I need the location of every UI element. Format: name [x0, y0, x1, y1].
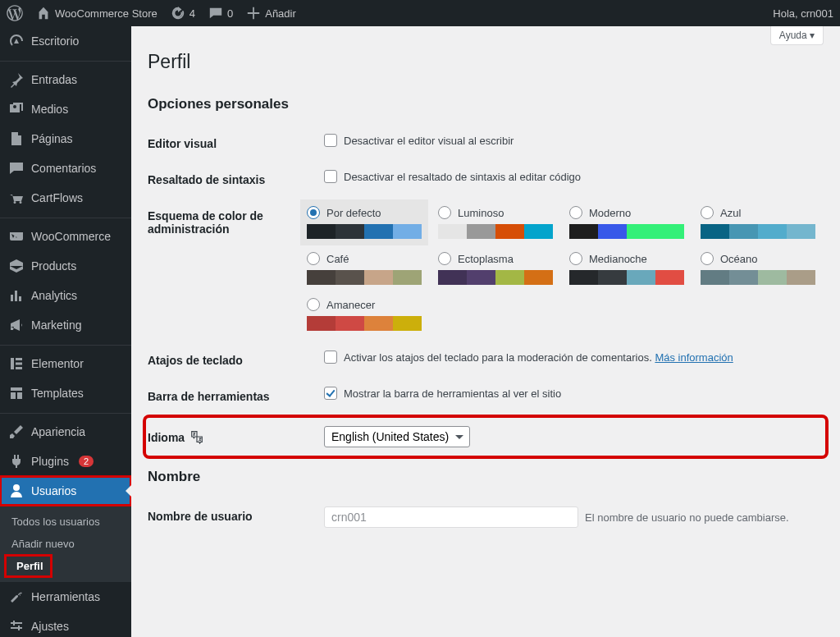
comment-icon: [208, 6, 223, 21]
main-content: Ayuda ▾ Perfil Opciones personales Edito…: [131, 26, 840, 637]
plus-icon: [246, 6, 261, 21]
shortcuts-more-info-link[interactable]: Más información: [655, 351, 733, 364]
radio-icon: [701, 206, 714, 219]
sidebar-item-plugins[interactable]: Plugins2: [0, 447, 131, 476]
svg-rect-1: [16, 358, 22, 360]
color-scheme-option[interactable]: Amanecer: [307, 298, 422, 331]
sidebar-item-appearance[interactable]: Apariencia: [0, 413, 131, 447]
wordpress-icon: [7, 5, 23, 21]
row-username: Nombre de usuario El nombre de usuario n…: [148, 497, 824, 538]
site-name: WooCommerce Store: [55, 7, 158, 20]
color-scheme-option[interactable]: Café: [307, 252, 422, 285]
swatch-row: [307, 316, 422, 331]
syntax-checkbox[interactable]: [324, 170, 337, 183]
sidebar-item-cartflows[interactable]: CartFlows: [0, 183, 131, 213]
home-icon: [36, 6, 51, 21]
sidebar-item-analytics[interactable]: Analytics: [0, 281, 131, 310]
section-name: Nombre: [148, 469, 824, 485]
toolbar-label: Barra de herramientas: [148, 387, 324, 403]
row-shortcuts: Atajos de teclado Activar los atajos del…: [148, 341, 824, 377]
shortcuts-checkbox[interactable]: [324, 351, 337, 364]
color-scheme-label: Esquema de color de administración: [148, 206, 307, 236]
sidebar-item-products[interactable]: Products: [0, 251, 131, 281]
wrench-icon: [8, 589, 25, 605]
sidebar-item-woocommerce[interactable]: WooCommerce: [0, 218, 131, 251]
toolbar-text: Mostrar la barra de herramientas al ver …: [344, 387, 561, 400]
swatch-row: [569, 270, 684, 285]
svg-rect-3: [16, 367, 22, 369]
radio-icon: [569, 252, 582, 265]
scheme-name: Por defecto: [326, 207, 381, 219]
sidebar-item-settings[interactable]: Ajustes: [0, 612, 131, 637]
sidebar-item-elementor[interactable]: Elementor: [0, 345, 131, 378]
my-account[interactable]: Hola, crn001: [766, 0, 840, 26]
toolbar-checkbox[interactable]: [324, 387, 337, 400]
megaphone-icon: [8, 317, 25, 333]
syntax-text: Desactivar el resaltado de sintaxis al e…: [344, 171, 581, 183]
language-label: Idioma: [148, 426, 324, 444]
sidebar-item-media[interactable]: Medios: [0, 94, 131, 124]
sidebar-item-users[interactable]: Usuarios: [0, 476, 131, 506]
sidebar-item-dashboard[interactable]: Escritorio: [0, 26, 131, 56]
color-scheme-option[interactable]: Luminoso: [438, 206, 553, 239]
update-icon: [171, 6, 185, 21]
sidebar-item-marketing[interactable]: Marketing: [0, 310, 131, 340]
radio-icon: [438, 206, 451, 219]
color-scheme-option[interactable]: Ectoplasma: [438, 252, 553, 285]
wp-logo[interactable]: [0, 0, 30, 26]
submenu-all-users[interactable]: Todos los usuarios: [0, 511, 131, 533]
dashboard-icon: [8, 33, 25, 49]
user-icon: [8, 483, 25, 499]
language-select[interactable]: English (United States): [324, 426, 470, 447]
admin-toolbar: WooCommerce Store 4 0 Añadir Hola, crn00…: [0, 0, 840, 26]
comments-count: 0: [227, 7, 233, 20]
pin-icon: [8, 71, 25, 88]
visual-editor-checkbox[interactable]: [324, 134, 337, 147]
page-title: Perfil: [148, 34, 824, 81]
color-scheme-option[interactable]: Medianoche: [569, 252, 684, 285]
sidebar-item-templates[interactable]: Templates: [0, 378, 131, 408]
help-tab[interactable]: Ayuda ▾: [770, 26, 824, 45]
scheme-name: Luminoso: [458, 207, 504, 219]
shortcuts-text: Activar los atajos del teclado para la m…: [344, 351, 652, 364]
comments-link[interactable]: 0: [202, 0, 240, 26]
brush-icon: [8, 424, 25, 440]
woocommerce-icon: [8, 228, 25, 245]
scheme-name: Medianoche: [589, 253, 647, 265]
color-scheme-option[interactable]: Por defecto: [300, 199, 428, 245]
comment-icon: [8, 160, 25, 176]
username-label: Nombre de usuario: [148, 506, 324, 523]
scheme-name: Océano: [720, 253, 758, 265]
radio-icon: [307, 252, 320, 265]
swatch-row: [438, 270, 553, 285]
color-scheme-option[interactable]: Moderno: [569, 206, 684, 239]
page-icon: [8, 131, 25, 147]
svg-rect-0: [11, 358, 14, 369]
submenu-profile[interactable]: Perfil: [5, 555, 52, 577]
swatch-row: [438, 224, 553, 239]
cartflows-icon: [8, 190, 25, 206]
admin-sidebar: Escritorio Entradas Medios Páginas Comen…: [0, 26, 131, 637]
translate-icon: [189, 429, 204, 444]
username-input: [324, 506, 578, 528]
elementor-icon: [8, 355, 25, 372]
scheme-name: Azul: [720, 207, 741, 219]
sidebar-item-tools[interactable]: Herramientas: [0, 582, 131, 612]
add-new-link[interactable]: Añadir: [240, 0, 303, 26]
site-name-link[interactable]: WooCommerce Store: [30, 0, 164, 26]
submenu-add-new[interactable]: Añadir nuevo: [0, 533, 131, 555]
swatch-row: [701, 270, 815, 285]
shortcuts-label: Atajos de teclado: [148, 351, 324, 367]
sidebar-item-pages[interactable]: Páginas: [0, 124, 131, 154]
sidebar-item-posts[interactable]: Entradas: [0, 61, 131, 94]
sidebar-item-comments[interactable]: Comentarios: [0, 154, 131, 183]
radio-icon: [307, 298, 320, 311]
radio-icon: [307, 206, 320, 219]
products-icon: [8, 258, 25, 274]
color-scheme-option[interactable]: Océano: [701, 252, 815, 285]
updates-link[interactable]: 4: [164, 0, 202, 26]
syntax-label: Resaltado de sintaxis: [148, 170, 324, 186]
row-syntax-highlight: Resaltado de sintaxis Desactivar el resa…: [148, 160, 824, 196]
color-scheme-option[interactable]: Azul: [701, 206, 815, 239]
add-label: Añadir: [265, 7, 296, 20]
